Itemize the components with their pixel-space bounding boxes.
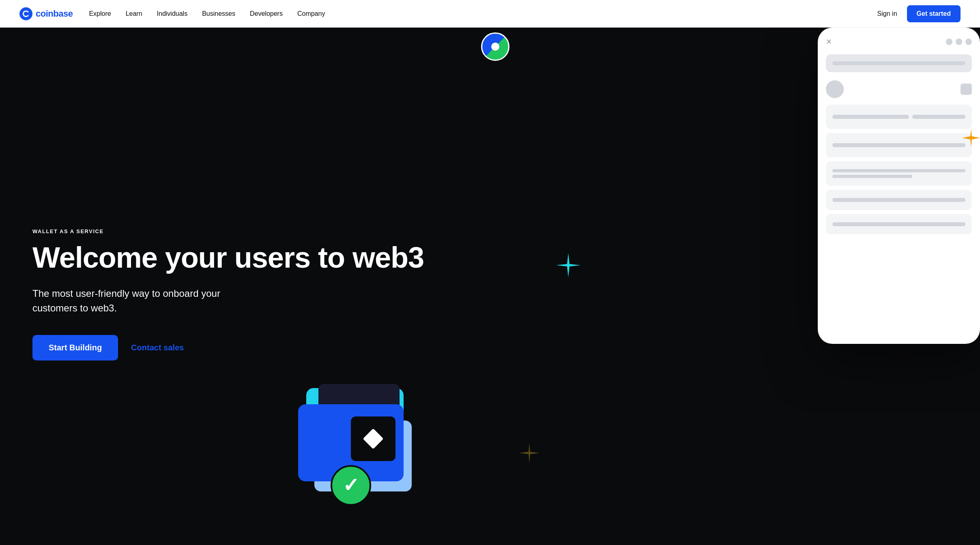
nav-link-learn[interactable]: Learn [126,10,142,17]
phone-circle-1 [946,39,952,45]
nav-link-developers[interactable]: Developers [250,10,283,17]
get-started-button[interactable]: Get started [907,5,961,22]
phone-line-b [832,175,912,178]
wallet-card-stack: ✓ [294,380,432,518]
phone-card-row-4 [826,190,972,210]
hero-buttons: Start Building Contact sales [32,335,507,360]
green-check-circle: ✓ [331,465,371,506]
contact-sales-link[interactable]: Contact sales [131,343,184,352]
sparkle-cyan-icon [556,253,580,277]
logo-icon [19,7,32,20]
nav-links: Explore Learn Individuals Businesses Dev… [89,10,325,17]
nav-link-company[interactable]: Company [297,10,325,17]
diamond-shape-icon [363,428,383,449]
phone-search-placeholder [832,61,965,65]
hero-eyebrow: WALLET AS A SERVICE [32,228,507,234]
logo-text: coinbase [36,9,73,19]
hero-left: WALLET AS A SERVICE Welcome your users t… [0,28,539,545]
phone-card-line-5 [832,222,965,226]
phone-card-row-1 [826,105,972,129]
phone-card-line-2 [912,115,965,119]
phone-gold-sparkle-icon [962,129,980,147]
phone-circle-3 [965,39,972,45]
hero-section: WALLET AS A SERVICE Welcome your users t… [0,0,980,545]
start-building-button[interactable]: Start Building [32,335,118,360]
phone-card-line-1 [832,115,909,119]
globe-avatar [481,32,509,61]
phone-card-line-4 [832,198,965,202]
navbar: coinbase Explore Learn Individuals Busin… [0,0,980,28]
logo[interactable]: coinbase [19,7,73,20]
nav-left: coinbase Explore Learn Individuals Busin… [19,7,325,20]
phone-mockup: ✕ [818,28,980,344]
phone-small-lines-1 [832,169,965,178]
phone-card-line-3 [832,143,965,147]
hero-subtitle: The most user-friendly way to onboard yo… [32,286,227,315]
check-mark-icon: ✓ [343,476,359,495]
hero-title: Welcome your users to web3 [32,242,507,273]
signin-link[interactable]: Sign in [877,10,897,17]
svg-point-0 [19,7,32,20]
phone-avatar [826,80,844,98]
nav-link-businesses[interactable]: Businesses [202,10,235,17]
phone-user-row [826,80,972,98]
nav-right: Sign in Get started [877,5,961,22]
sparkle-gold-dark-icon [519,443,539,463]
phone-top-bar: ✕ [826,37,972,46]
phone-card-row-2 [826,133,972,157]
nav-link-explore[interactable]: Explore [89,10,111,17]
phone-card-row-3 [826,161,972,186]
card-black-diamond [351,416,395,461]
phone-circle-2 [956,39,962,45]
phone-card-row-5 [826,214,972,234]
phone-gear-icon [961,84,972,95]
phone-line-a [832,169,965,172]
phone-close-icon: ✕ [826,37,832,46]
phone-search-bar [826,54,972,72]
nav-link-individuals[interactable]: Individuals [157,10,188,17]
wallet-illustration: ✓ [294,380,432,518]
phone-window-controls [946,39,972,45]
